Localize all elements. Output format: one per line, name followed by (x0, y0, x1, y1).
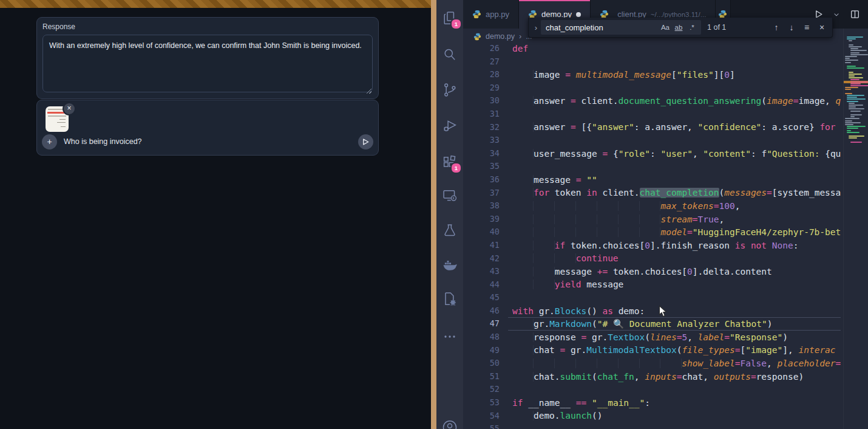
line-number[interactable]: 30 (463, 94, 508, 108)
match-case-button[interactable]: Aa (659, 24, 672, 31)
remove-attachment-button[interactable]: × (63, 102, 76, 115)
code-line[interactable]: 37 for token in client.chat_completion(m… (463, 187, 841, 200)
code-line[interactable]: 36 message = "" (463, 173, 841, 187)
regex-button[interactable]: .* (685, 24, 699, 31)
line-number[interactable]: 38 (463, 199, 508, 213)
line-number[interactable]: 44 (463, 278, 508, 292)
line-number[interactable]: 40 (463, 225, 508, 239)
activity-explorer-icon[interactable]: 1 (441, 10, 458, 27)
code-line[interactable]: 27 (463, 55, 841, 69)
code-line[interactable]: 43 message += token.choices[0].delta.con… (463, 265, 841, 278)
code-line[interactable]: 41 if token.choices[0].finish_reason is … (463, 239, 841, 252)
code-line[interactable]: 46with gr.Blocks() as demo: (463, 304, 841, 318)
code-line[interactable]: 54 demo.launch() (463, 410, 841, 423)
activity-search-icon[interactable] (441, 46, 458, 63)
activity-docker-icon[interactable] (441, 257, 458, 274)
add-attachment-button[interactable]: + (42, 134, 57, 149)
line-number[interactable]: 28 (463, 68, 508, 81)
line-number[interactable]: 27 (463, 55, 508, 69)
minimap-line (850, 116, 855, 117)
minimap[interactable] (843, 29, 868, 429)
response-label: Response (42, 22, 75, 31)
find-previous-button[interactable]: ↑ (770, 21, 783, 34)
activity-testing-icon[interactable] (441, 222, 458, 239)
line-number[interactable]: 39 (463, 213, 508, 226)
line-number[interactable]: 34 (463, 147, 508, 160)
line-number[interactable]: 55 (463, 422, 508, 429)
find-next-button[interactable]: ↓ (785, 21, 798, 34)
find-query-text[interactable]: chat_completion (546, 23, 659, 32)
line-number[interactable]: 54 (463, 410, 508, 423)
line-number[interactable]: 35 (463, 160, 508, 173)
code-line[interactable]: 53if __name__ == "__main__": (463, 396, 841, 410)
code-editor-area[interactable]: 26def2728 image = multimodal_message["fi… (463, 44, 868, 429)
activity-cmake-tools-icon[interactable] (441, 290, 458, 307)
line-number[interactable]: 53 (463, 396, 508, 410)
minimap-line (849, 137, 857, 139)
line-number[interactable]: 43 (463, 265, 508, 278)
code-line[interactable]: 48 response = gr.Textbox(lines=5, label=… (463, 331, 841, 344)
response-textarea[interactable] (42, 35, 373, 92)
code-line[interactable]: 47 gr.Markdown("# 🔍 Document Analyzer Ch… (463, 317, 841, 331)
find-toggle-replace-icon[interactable]: › (531, 23, 541, 32)
code-line[interactable]: 26def (463, 44, 841, 55)
code-line[interactable]: 51 chat.submit(chat_fn, inputs=chat, out… (463, 370, 841, 383)
code-line[interactable]: 49 chat = gr.MultimodalTextbox(file_type… (463, 344, 841, 357)
line-number[interactable]: 48 (463, 331, 508, 344)
code-line[interactable]: 39 stream=True, (463, 213, 841, 226)
find-input[interactable]: chat_completion Aa ab .* (541, 20, 701, 35)
line-number[interactable]: 26 (463, 44, 508, 55)
activity-more-views-icon[interactable] (441, 328, 458, 345)
minimap-line (849, 77, 863, 78)
code-lines: 26def2728 image = multimodal_message["fi… (463, 44, 841, 429)
line-number[interactable]: 42 (463, 252, 508, 266)
activity-run-and-debug-icon[interactable] (441, 117, 458, 134)
code-line-content: if __name__ == "__main__": (508, 396, 841, 410)
line-number[interactable]: 50 (463, 357, 508, 370)
code-line[interactable]: 44 yield message (463, 278, 841, 292)
chat-question-input[interactable]: Who is being invoiced? (64, 137, 358, 146)
code-line[interactable]: 52 (463, 383, 841, 396)
minimap-line (850, 54, 868, 55)
code-line[interactable]: 42 continue (463, 252, 841, 266)
line-number[interactable]: 29 (463, 81, 508, 95)
code-line[interactable]: 40 model="HuggingFaceH4/zephyr-7b-beta (463, 225, 841, 239)
code-line[interactable]: 33 (463, 134, 841, 147)
find-in-selection-button[interactable]: ≡ (800, 21, 813, 34)
code-line[interactable]: 31 (463, 108, 841, 121)
code-line[interactable]: 29 (463, 81, 841, 95)
activity-source-control-icon[interactable] (441, 81, 458, 98)
minimap-line (847, 38, 856, 39)
activity-remote-explorer-icon[interactable] (441, 187, 458, 204)
line-number[interactable]: 41 (463, 239, 508, 252)
code-line[interactable]: 45 (463, 291, 841, 304)
line-number[interactable]: 36 (463, 173, 508, 187)
code-line[interactable]: 34 user_message = {"role": "user", "cont… (463, 147, 841, 160)
activity-extensions-icon[interactable]: 1 (441, 154, 458, 171)
line-number[interactable]: 45 (463, 291, 508, 304)
send-button[interactable] (358, 134, 373, 149)
code-line[interactable]: 28 image = multimodal_message["files"][0… (463, 68, 841, 81)
code-line[interactable]: 30 answer = client.document_question_ans… (463, 94, 841, 108)
line-number[interactable]: 33 (463, 134, 508, 147)
line-number[interactable]: 49 (463, 344, 508, 357)
line-number[interactable]: 31 (463, 108, 508, 121)
code-line[interactable]: 32 answer = [{"answer": a.answer, "confi… (463, 121, 841, 134)
line-number[interactable]: 47 (463, 317, 508, 331)
tab-app.py[interactable]: app.py (463, 0, 519, 29)
line-number[interactable]: 46 (463, 304, 508, 318)
breadcrumb-file[interactable]: demo.py (486, 32, 515, 41)
line-number[interactable]: 52 (463, 383, 508, 396)
line-number[interactable]: 37 (463, 187, 508, 200)
find-close-button[interactable]: × (815, 21, 829, 34)
code-line[interactable]: 50 show_label=False, placeholder= (463, 357, 841, 370)
line-number[interactable]: 51 (463, 370, 508, 383)
split-editor-button[interactable] (847, 7, 862, 22)
line-number[interactable]: 32 (463, 121, 508, 134)
window-divider[interactable] (431, 0, 436, 429)
code-line[interactable]: 55 (463, 422, 841, 429)
code-line[interactable]: 38 max_tokens=100, (463, 199, 841, 213)
activity-account-icon[interactable] (441, 418, 458, 429)
whole-word-button[interactable]: ab (672, 24, 685, 31)
code-line[interactable]: 35 (463, 160, 841, 173)
